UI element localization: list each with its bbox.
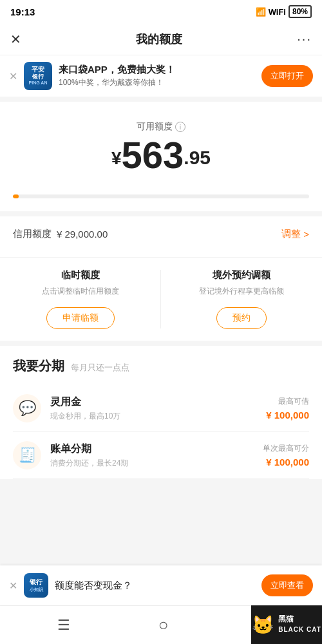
bill-name: 账单分期 [50,442,254,456]
close-button[interactable]: ✕ [10,32,21,47]
more-button[interactable]: ··· [297,32,312,46]
bill-right: 单次最高可分 ¥ 100,000 [263,443,309,468]
installment-header: 我要分期 每月只还一点点 [13,357,309,375]
logo-text-bottom: PING AN [29,80,48,86]
amount-decimal: .95 [184,147,211,168]
bill-desc: 消费分期还，最长24期 [50,458,254,469]
adjust-button[interactable]: 调整 > [281,228,309,240]
bottom-notification: ✕ 银行 小知识 额度能否变现金？ 立即查看 [0,565,322,605]
lingyongjin-amount: ¥ 100,000 [266,410,309,421]
bill-amount: ¥ 100,000 [263,457,309,468]
banner-title: 来口袋APP，免费抽大奖！ [59,64,255,76]
credit-limit-left: 信用额度 ¥ 29,000.00 [13,228,108,240]
progress-bar-container [0,187,322,211]
notif-close-button[interactable]: ✕ [9,580,17,592]
notif-text: 额度能否变现金？ [55,580,255,592]
logo-text-top: 平安 [32,66,44,73]
progress-bar-fill [13,194,19,198]
menu-icon[interactable]: ☰ [57,617,70,634]
lingyongjin-body: 灵用金 现金秒用，最高10万 [50,395,257,422]
apply-temp-button[interactable]: 申请临额 [46,307,115,329]
lingyongjin-right: 最高可借 ¥ 100,000 [266,396,309,421]
banner-logo: 平安 银行 PING AN [24,62,52,90]
banner-subtitle: 100%中奖，华为戴森等你抽！ [59,77,255,88]
watermark: 🐱 黑猫BLACK CAT [251,605,322,644]
info-icon[interactable]: i [175,122,185,132]
lingyongjin-tag: 最高可借 [266,396,309,407]
card-row: 临时额度 点击调整临时信用额度 申请临额 境外预约调额 登记境外行程享更高临额 … [0,257,322,346]
status-icons: 📶 WiFi 80% [256,5,312,18]
banner-text: 来口袋APP，免费抽大奖！ 100%中奖，华为戴森等你抽！ [59,64,255,88]
temp-credit-card: 临时额度 点击调整临时信用额度 申请临额 [0,258,161,341]
overseas-credit-card: 境外预约调额 登记境外行程享更高临额 预约 [161,258,322,341]
notif-action-button[interactable]: 立即查看 [261,574,313,596]
credit-limit-label: 信用额度 [13,228,52,240]
amount-main: 563 [122,134,184,176]
chat-icon: 💬 [19,400,36,417]
bill-tag: 单次最高可分 [263,443,309,454]
main-content: 可用额度 i ¥563.95 信用额度 ¥ 29,000.00 调整 > 临时额… [0,102,322,479]
wifi-icon: WiFi [269,7,286,17]
home-icon[interactable]: ○ [158,615,169,635]
credit-limit-value: ¥ 29,000.00 [57,229,108,240]
overseas-desc: 登记境外行程享更高临额 [171,285,312,297]
available-label: 可用额度 i [13,121,309,133]
amount-display: ¥563.95 [13,137,309,174]
installment-title: 我要分期 [13,357,64,375]
logo-text-mid: 银行 [32,73,44,80]
temp-credit-title: 临时额度 [10,269,151,281]
page-title: 我的额度 [136,32,182,47]
overseas-title: 境外预约调额 [171,269,312,281]
notif-logo: 银行 小知识 [24,573,48,598]
lingyongjin-desc: 现金秒用，最高10万 [50,411,257,422]
installment-section: 我要分期 每月只还一点点 💬 灵用金 现金秒用，最高10万 最高可借 ¥ 100… [0,346,322,479]
lingyongjin-icon-wrap: 💬 [13,394,41,422]
banner: ✕ 平安 银行 PING AN 来口袋APP，免费抽大奖！ 100%中奖，华为戴… [0,55,322,102]
amount-symbol: ¥ [111,148,122,168]
banner-open-button[interactable]: 立即打开 [261,65,313,87]
list-item[interactable]: 💬 灵用金 现金秒用，最高10万 最高可借 ¥ 100,000 [13,385,309,432]
progress-bar-track [13,194,309,198]
status-time: 19:13 [10,6,35,17]
bill-icon: 🧾 [19,447,36,464]
bottom-nav: ☰ ○ < 🐱 黑猫BLACK CAT [0,605,322,644]
status-bar: 19:13 📶 WiFi 80% [0,0,322,23]
banner-close-button[interactable]: ✕ [9,70,17,82]
list-item[interactable]: 🧾 账单分期 消费分期还，最长24期 单次最高可分 ¥ 100,000 [13,432,309,479]
credit-section: 可用额度 i ¥563.95 [0,115,322,187]
battery-icon: 80% [289,5,312,18]
installment-subtitle: 每月只还一点点 [71,362,129,374]
bill-body: 账单分期 消费分期还，最长24期 [50,442,254,469]
cat-icon: 🐱 [252,614,274,636]
nav-bar: ✕ 我的额度 ··· [0,23,322,55]
signal-icon: 📶 [256,7,266,17]
temp-credit-desc: 点击调整临时信用额度 [10,285,151,297]
reserve-button[interactable]: 预约 [216,307,267,329]
bill-icon-wrap: 🧾 [13,441,41,469]
watermark-text: 黑猫BLACK CAT [278,614,321,634]
credit-limit-card: 信用额度 ¥ 29,000.00 调整 > [0,211,322,252]
lingyongjin-name: 灵用金 [50,395,257,409]
